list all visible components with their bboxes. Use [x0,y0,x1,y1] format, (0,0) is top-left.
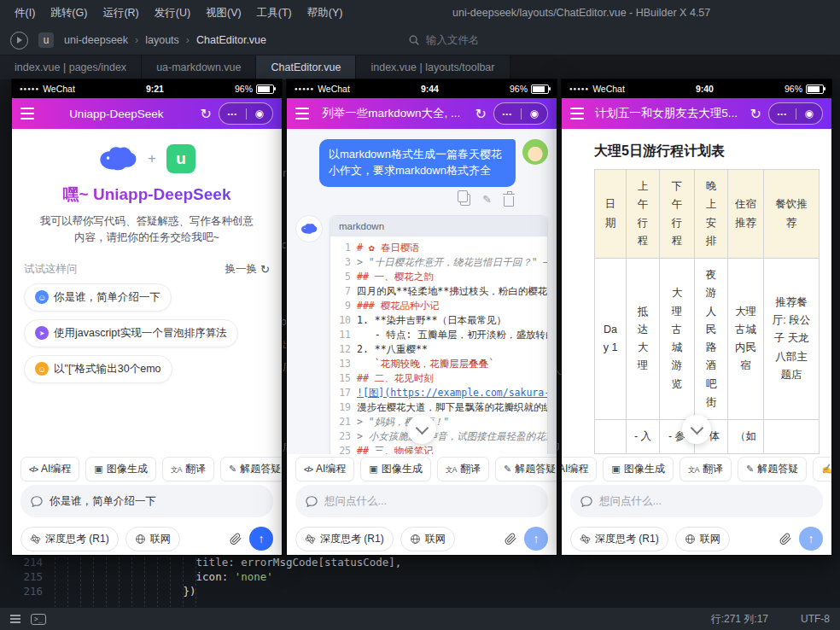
breadcrumb-project[interactable]: uni-deepseek [64,34,128,46]
menu-item-file-partial[interactable]: 件(I) [7,6,43,20]
message-input[interactable]: 你是谁，简单介绍一下 [20,485,273,517]
translate-icon [171,464,182,474]
menu-item-run[interactable]: 运行(R) [95,6,146,20]
menu-icon[interactable] [20,105,34,121]
exit-icon[interactable]: ◉ [247,108,273,120]
menu-item-publish[interactable]: 发行(U) [147,6,198,20]
deep-think-label: 深度思考 (R1) [320,532,384,546]
tool-button[interactable]: 解题答疑 [738,457,807,481]
tool-button[interactable]: 翻译 [162,457,214,481]
tool-button[interactable]: 图像生成 [360,457,430,481]
tab-label: index.vue | pages/index [15,61,126,73]
deep-think-toggle[interactable]: 深度思考 (R1) [570,527,668,551]
menu-item-tools[interactable]: 工具(T) [249,6,300,20]
tool-button[interactable]: 解题答疑 [495,457,557,481]
tool-button[interactable]: 帮我写作 [813,457,831,481]
tool-button[interactable]: AI编程 [295,457,354,481]
menu-item-help[interactable]: 帮助(Y) [300,6,351,20]
menu-item-goto[interactable]: 跳转(G) [43,6,95,20]
breadcrumb-folder[interactable]: layouts [145,34,179,46]
solve-icon [229,464,236,474]
tab-index-toolbar[interactable]: index.vue | layouts/toolbar [356,55,510,79]
network-toggle[interactable]: 联网 [125,527,180,551]
tool-button[interactable]: 图像生成 [85,457,155,481]
delete-icon[interactable] [504,196,514,207]
deep-think-toggle[interactable]: 深度思考 (R1) [295,527,394,551]
menu-item-view[interactable]: 视图(V) [198,6,249,20]
attachment-icon[interactable] [229,532,242,545]
line-text: - 特点: 五瓣单层，初开淡粉，盛放转白 [357,328,547,342]
send-button[interactable]: ↑ [524,527,548,551]
breadcrumb-separator: › [186,34,190,46]
more-icon[interactable]: ••• [219,110,246,118]
tool-label: AI编程 [41,462,71,476]
tool-button[interactable]: AI编程 [20,457,79,481]
tool-label: 图像生成 [382,462,423,476]
deep-think-toggle[interactable]: 深度思考 (R1) [20,527,119,551]
more-icon[interactable]: ••• [494,110,521,118]
attachment-icon[interactable] [779,532,792,545]
tool-button[interactable]: 图像生成 [603,457,673,481]
exit-icon[interactable]: ◉ [522,108,548,120]
network-toggle[interactable]: 联网 [400,527,455,551]
suggestion-text: 你是谁，简单介绍一下 [54,290,160,305]
copy-icon[interactable] [460,194,470,206]
suggestion-chip[interactable]: 你是谁，简单介绍一下 [24,283,172,312]
line-number: 23 [335,429,357,444]
attachment-icon[interactable] [504,532,517,545]
phone-status-bar: ●●●●● WeChat 9:21 96% [12,79,282,98]
miniprogram-capsule[interactable]: ••• ◉ [219,102,273,125]
tool-button[interactable]: 翻译 [437,457,489,481]
markdown-line: 19漫步在樱花大道，脚下是飘落的花瓣织就的绒毯。 [335,400,542,415]
phone-nav-bar: 列举一些markdown大全, ... ↻ ••• ◉ [287,98,557,129]
refresh-icon[interactable]: ↻ [750,106,761,122]
shuffle-prompts-button[interactable]: 换一换 ↻ [225,262,270,277]
table-cell: 大理古城内民宿 [728,259,764,420]
more-icon[interactable]: ••• [769,110,796,118]
miniprogram-capsule[interactable]: ••• ◉ [768,102,823,125]
run-button[interactable] [10,32,28,50]
tab-ua-markdown[interactable]: ua-markdown.vue [142,55,256,79]
file-search-input[interactable]: 输入文件名 [408,33,480,48]
solve-icon [504,464,511,474]
network-toggle[interactable]: 联网 [675,527,730,551]
markdown-line: 5## 一、樱花之韵 [335,270,542,284]
line-number: 9 [335,299,357,313]
menu-bar: 件(I) 跳转(G) 运行(R) 发行(U) 视图(V) 工具(T) 帮助(Y)… [0,0,840,26]
refresh-icon[interactable]: ↻ [201,106,212,122]
phone-option-row: 深度思考 (R1) 联网 ↑ [562,522,831,555]
tab-chateditor[interactable]: ChatEditor.vue [256,55,356,79]
outline-icon[interactable] [10,615,20,623]
send-button[interactable]: ↑ [249,527,273,551]
miniprogram-capsule[interactable]: ••• ◉ [493,102,548,125]
message-input[interactable]: 想问点什么... [570,485,823,517]
markdown-line: 101. **染井吉野**（日本最常见） [335,313,542,328]
editor-code-lines: 214 title: errorMsgCode[statusCode],215 … [0,555,840,608]
message-input[interactable]: 想问点什么... [295,485,548,517]
expand-button[interactable] [682,415,711,444]
tool-button[interactable]: AI编程 [562,457,597,481]
tool-button[interactable]: 翻译 [680,457,732,481]
menu-icon[interactable] [295,105,309,121]
smiley-icon [35,290,49,304]
markdown-line: 13 `花期较晚，花瓣层层叠叠` [335,357,542,371]
markdown-line: 15## 二、花见时刻 [335,371,542,386]
menu-icon[interactable] [570,105,584,121]
refresh-icon[interactable]: ↻ [475,106,487,122]
send-button[interactable]: ↑ [799,527,823,551]
project-icon[interactable]: u [38,32,54,48]
exit-icon[interactable]: ◉ [796,108,823,120]
encoding-label[interactable]: UTF-8 [801,613,830,625]
breadcrumb-file[interactable]: ChatEditor.vue [196,34,266,46]
suggestion-chip[interactable]: 以"["格式输出30个emo [24,355,172,383]
terminal-icon[interactable]: >_ [31,614,46,625]
cursor-position[interactable]: 行:271 列:17 [711,612,768,627]
edit-icon[interactable]: ✎ [482,194,492,205]
tool-button[interactable]: 解题答疑 [220,457,282,481]
line-number: 11 [335,328,357,342]
tab-index-pages[interactable]: index.vue | pages/index [0,55,142,79]
suggestion-chip[interactable]: 使用javascript实现一个冒泡排序算法 [24,319,238,347]
expand-button[interactable] [407,415,436,444]
line-text: ## 二、花见时刻 [357,371,434,386]
line-number: 215 [0,569,55,584]
